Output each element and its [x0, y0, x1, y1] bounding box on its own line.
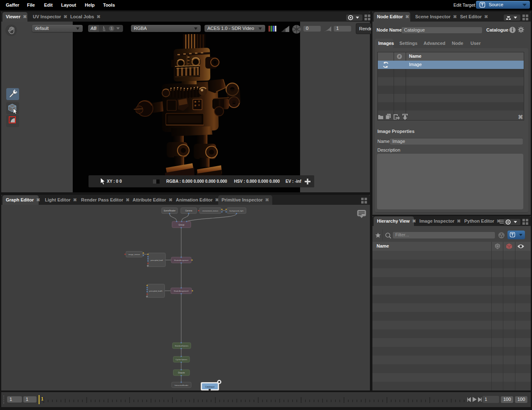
svg-text:CyclesOptions: CyclesOptions [175, 358, 187, 361]
svg-text:ShaderAssignment1: ShaderAssignment1 [174, 290, 189, 292]
svg-text:#: # [398, 54, 400, 59]
svg-text:Camera: Camera [185, 210, 192, 212]
svg-text:Catalogue: Catalogue [205, 385, 215, 388]
svg-text:principled_bsdf: principled_bsdf [150, 259, 163, 261]
svg-text:principled_bsdf1: principled_bsdf1 [149, 290, 163, 292]
svg-text:InteractiveRender: InteractiveRender [175, 384, 189, 386]
svg-text:ShaderAssignment: ShaderAssignment [174, 259, 189, 261]
svg-text:background_light: background_light [229, 210, 244, 212]
svg-text:Outputs: Outputs [178, 372, 185, 374]
svg-text:StandardOptions: StandardOptions [175, 345, 189, 347]
svg-text:Group: Group [179, 223, 185, 226]
svg-text:SceneReader: SceneReader [164, 210, 176, 212]
svg-text:image_texture: image_texture [128, 253, 140, 255]
svg-text:environment_texture: environment_texture [202, 210, 219, 212]
